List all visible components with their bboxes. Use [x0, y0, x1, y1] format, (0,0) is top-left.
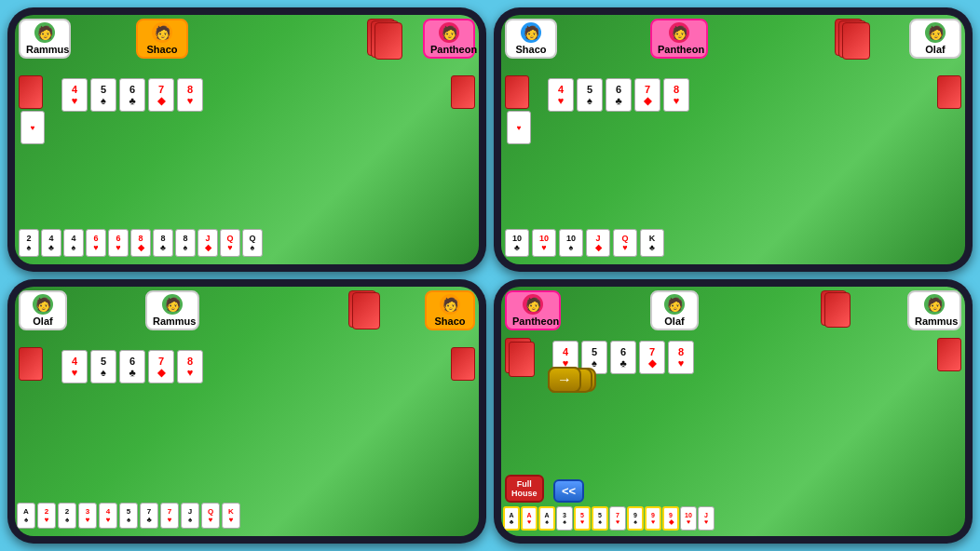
b4-card-5[interactable]: 5♥ — [574, 506, 591, 531]
avatar-olaf-3: 🧑 — [33, 294, 53, 315]
player-name-pantheon-2: Pantheon — [658, 44, 704, 55]
avatar-pantheon-1: 🧑 — [439, 22, 459, 43]
player-olaf-2: 🧑 Olaf — [909, 19, 961, 59]
game-screen-2: 🧑 Shaco 🧑 Pantheon 🧑 Olaf ♥ 4♥ 5♠ 6♣ — [501, 15, 965, 264]
b-card-5[interactable]: 6♥ — [108, 229, 129, 257]
b3-card-11[interactable]: K♥ — [222, 503, 240, 529]
fullhouse-button[interactable]: FullHouse — [505, 475, 544, 503]
card-7d-1[interactable]: 7◆ — [148, 78, 174, 112]
b4-card-7[interactable]: 7♥ — [609, 506, 626, 531]
b-card-9[interactable]: J◆ — [197, 229, 218, 257]
bottom-card-row-3: A♠ 2♥ 2♠ 3♥ 4♥ 5♠ 7♣ 7♥ J♠ Q♥ K♥ — [17, 503, 240, 529]
player-shaco-1: 🧑 Shaco — [136, 19, 188, 59]
b2-card-6[interactable]: K♣ — [640, 229, 664, 257]
b3-card-2[interactable]: 2♥ — [37, 503, 56, 529]
avatar-shaco-2: 🧑 — [521, 22, 541, 43]
deck-card-3b — [352, 292, 380, 329]
card-4h-2[interactable]: 4♥ — [548, 78, 574, 112]
card-6c-4[interactable]: 6♣ — [610, 341, 636, 374]
card-6c-2[interactable]: 6♣ — [606, 78, 632, 112]
deck-stack-2 — [835, 19, 891, 60]
card-6c-3[interactable]: 6♣ — [119, 350, 145, 383]
b2-card-2[interactable]: 10♥ — [532, 229, 556, 257]
game-screen-3: 🧑 Olaf 🧑 Rammus 🧑 Shaco 4♥ 5♠ 6♣ 7◆ 8♥ — [15, 287, 479, 536]
avatar-rammus-3: 🧑 — [162, 294, 183, 315]
b4-card-8[interactable]: 9♠ — [627, 506, 644, 531]
card-7d-2[interactable]: 7◆ — [634, 78, 660, 112]
b3-card-8[interactable]: 7♥ — [160, 503, 179, 529]
deck-card-2c — [842, 22, 870, 60]
player-name-pantheon-1: Pantheon — [430, 44, 477, 55]
avatar-pantheon-4: 🧑 — [523, 294, 543, 315]
lp4-card-2 — [509, 342, 535, 377]
card-8h-3[interactable]: 8♥ — [177, 350, 203, 383]
b4-card-12[interactable]: J♥ — [698, 506, 715, 531]
b2-card-3[interactable]: 10♠ — [559, 229, 583, 257]
b4-card-11[interactable]: 10♥ — [680, 506, 697, 531]
back-button[interactable]: << — [553, 479, 584, 503]
card-4h-1[interactable]: 4♥ — [61, 78, 88, 112]
left-pile-2: ♥ — [505, 75, 531, 150]
player-name-rammus-1: Rammus — [26, 44, 69, 55]
b4-card-3[interactable]: A♠ — [538, 506, 555, 531]
avatar-rammus-1: 🧑 — [34, 22, 55, 43]
b-card-6[interactable]: 8◆ — [130, 229, 151, 257]
player-name-rammus-3: Rammus — [153, 316, 196, 327]
player-rammus-4: 🧑 Rammus — [907, 290, 961, 330]
player-name-rammus-4: Rammus — [915, 316, 958, 327]
b3-card-6[interactable]: 5♠ — [119, 503, 138, 529]
b2-card-4[interactable]: J◆ — [586, 229, 610, 257]
right-pile-3 — [449, 347, 475, 422]
card-8h-4[interactable]: 8♥ — [668, 341, 694, 374]
top-card-row-1: 4♥ 5♠ 6♣ 7◆ 8♥ — [61, 78, 203, 112]
card-7d-3[interactable]: 7◆ — [148, 350, 174, 383]
b4-card-6[interactable]: 5♠ — [592, 506, 608, 531]
b3-card-10[interactable]: Q♥ — [201, 503, 220, 529]
phone-frame-3: 🧑 Olaf 🧑 Rammus 🧑 Shaco 4♥ 5♠ 6♣ 7◆ 8♥ — [7, 279, 486, 544]
b2-card-5[interactable]: Q♥ — [613, 229, 637, 257]
b4-card-4[interactable]: 3♠ — [556, 506, 573, 531]
b-card-11[interactable]: Q♠ — [242, 229, 263, 257]
b4-card-9[interactable]: 9♥ — [645, 506, 661, 531]
card-6c-1[interactable]: 6♣ — [119, 78, 145, 112]
left-pile-1: ♥ — [19, 75, 45, 150]
b-card-2[interactable]: 4♣ — [41, 229, 61, 257]
avatar-shaco-3: 🧑 — [440, 294, 460, 315]
b-card-10[interactable]: Q♥ — [220, 229, 240, 257]
card-7d-4[interactable]: 7◆ — [639, 341, 665, 374]
b3-card-1[interactable]: A♠ — [17, 503, 35, 529]
b-card-4[interactable]: 6♥ — [86, 229, 106, 257]
card-8h-2[interactable]: 8♥ — [663, 78, 689, 112]
b4-card-2[interactable]: A♥ — [521, 506, 538, 531]
b4-card-10[interactable]: 9◆ — [662, 506, 679, 531]
phone-frame-1: 🧑 Rammus 🧑 Shaco 🧑 Pantheon ♥ 4♥ 5♠ 6♣ — [7, 7, 486, 272]
b3-card-3[interactable]: 2♠ — [58, 503, 76, 529]
right-arrow-button[interactable]: → — [548, 367, 581, 393]
card-5s-1[interactable]: 5♠ — [90, 78, 116, 112]
player-rammus-1: 🧑 Rammus — [19, 19, 71, 59]
b3-card-9[interactable]: J♠ — [181, 503, 199, 529]
deck-stack-4a — [821, 290, 872, 331]
top-card-row-2: 4♥ 5♠ 6♣ 7◆ 8♥ — [548, 78, 689, 112]
deck-card-1c — [374, 22, 402, 60]
b3-card-4[interactable]: 3♥ — [78, 503, 97, 529]
b2-card-1[interactable]: 10♣ — [505, 229, 529, 257]
b-card-3[interactable]: 4♠ — [63, 229, 84, 257]
b-card-1[interactable]: 2♠ — [19, 229, 39, 257]
card-4h-3[interactable]: 4♥ — [61, 350, 88, 383]
left-pile-4 — [505, 338, 537, 431]
player-name-shaco-1: Shaco — [146, 44, 177, 55]
b3-card-7[interactable]: 7♣ — [140, 503, 158, 529]
right-pile-1 — [449, 75, 475, 150]
player-rammus-3: 🧑 Rammus — [145, 290, 199, 330]
card-8h-1[interactable]: 8♥ — [177, 78, 203, 112]
game-screen-1: 🧑 Rammus 🧑 Shaco 🧑 Pantheon ♥ 4♥ 5♠ 6♣ — [15, 15, 479, 264]
phone-frame-4: 🧑 Pantheon 🧑 Olaf 🧑 Rammus 4♥ 5♠ 6♣ 7◆ — [494, 279, 973, 544]
b3-card-5[interactable]: 4♥ — [99, 503, 117, 529]
b-card-7[interactable]: 8♣ — [153, 229, 173, 257]
card-5s-2[interactable]: 5♠ — [577, 78, 603, 112]
b4-card-1[interactable]: A♣ — [503, 506, 520, 531]
b-card-8[interactable]: 8♠ — [175, 229, 196, 257]
card-5s-3[interactable]: 5♠ — [90, 350, 116, 383]
left-pile-card-1 — [19, 75, 43, 109]
